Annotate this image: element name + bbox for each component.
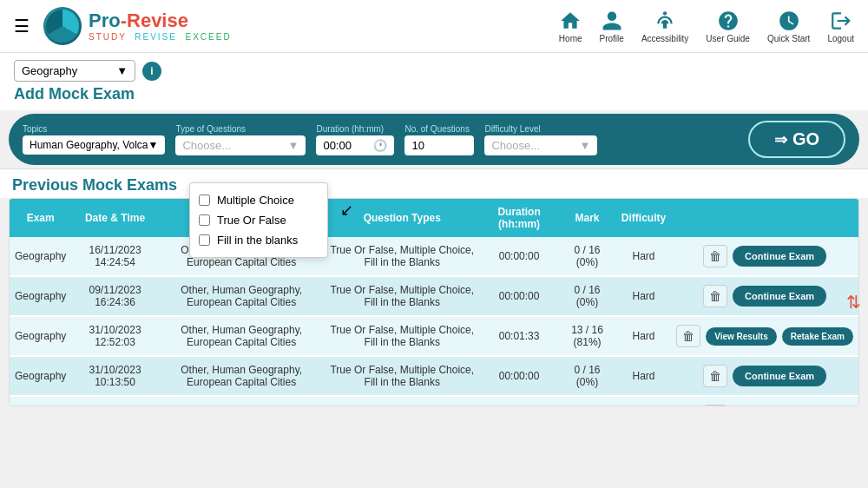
cell-exam: Geography <box>10 396 71 406</box>
hamburger-menu[interactable]: ☰ <box>14 16 30 36</box>
tagline-study: STUDY <box>89 32 127 42</box>
num-questions-field: No. of Questions 10 <box>404 124 474 155</box>
go-button[interactable]: ⇒ GO <box>748 121 845 158</box>
subject-dropdown[interactable]: Geography ▼ <box>14 60 135 82</box>
num-questions-input[interactable]: 10 <box>404 135 474 155</box>
table-row: Geography 31/10/2023 12:52:03 Other, Hum… <box>10 316 858 356</box>
subject-value: Geography <box>22 64 77 77</box>
question-type-arrow: ▼ <box>288 139 299 152</box>
cell-duration: 00:00:00 <box>480 237 558 276</box>
fill-in-blanks-checkbox[interactable] <box>199 234 210 246</box>
cell-difficulty: Hard <box>616 316 671 356</box>
cell-question-types: True Or False, Multiple Choice, Fill in … <box>325 237 480 276</box>
true-or-false-label: True Or False <box>217 214 286 227</box>
cell-duration: 00:00:00 <box>480 356 558 396</box>
cell-question-types: True Or False, Multiple Choice, Fill in … <box>325 276 480 316</box>
exams-table-container[interactable]: Exam Date & Time Topics Question Types D… <box>9 198 859 406</box>
nav-logout-label: Logout <box>827 34 854 43</box>
scroll-indicator: ⇅ <box>846 292 861 313</box>
cell-question-types: True Or False, Multiple <box>325 396 480 406</box>
go-label: GO <box>792 129 819 149</box>
nav-quick-start[interactable]: Quick Start <box>767 10 810 43</box>
logo-title: Pro-Revise <box>89 10 232 31</box>
cell-exam: Geography <box>10 276 71 316</box>
question-type-dropdown-menu: Multiple Choice True Or False Fill in th… <box>189 182 328 258</box>
col-exam: Exam <box>10 199 71 237</box>
cell-mark: 0 / 16 (0%) <box>558 356 616 396</box>
delete-button[interactable]: 🗑 <box>676 325 700 347</box>
delete-button[interactable]: 🗑 <box>703 245 727 267</box>
retake-exam-button[interactable]: Retake Exam <box>782 327 853 346</box>
question-type-dropdown[interactable]: Choose... ▼ <box>175 135 306 155</box>
col-mark: Mark <box>558 199 616 237</box>
question-type-placeholder: Choose... <box>182 139 231 152</box>
nav-quick-start-label: Quick Start <box>767 34 810 43</box>
dropdown-option-true-or-false[interactable]: True Or False <box>197 210 320 230</box>
topics-field: Topics Human Geography, Volca▼ <box>23 124 165 155</box>
table-row: Geography 09/11/2023 16:24:36 Other, Hum… <box>10 276 858 316</box>
continue-exam-button[interactable]: Continue Exam <box>733 406 826 406</box>
tagline-exceed: EXCEED <box>186 32 232 42</box>
cell-topics: Other, Human Geography, European Capital… <box>159 316 325 356</box>
duration-value: 00:00 <box>323 139 352 152</box>
logo-tagline: STUDY REVISE EXCEED <box>89 32 232 42</box>
cell-question-types: True Or False, Multiple Choice, Fill in … <box>325 356 480 396</box>
table-row: Geography 16/11/2023 14:24:54 Other, Hum… <box>10 237 858 276</box>
cell-topics: Other, Human Geography, European Capital… <box>159 356 325 396</box>
nav-logout[interactable]: Logout <box>827 10 854 43</box>
delete-button[interactable]: 🗑 <box>703 405 727 406</box>
delete-button[interactable]: 🗑 <box>703 285 727 307</box>
nav-user-guide[interactable]: User Guide <box>706 10 750 43</box>
table-row: Geography 31/10/2023 10:13:50 Other, Hum… <box>10 356 858 396</box>
col-difficulty: Difficulty <box>616 199 671 237</box>
cell-difficulty: Hard <box>616 237 671 276</box>
true-or-false-checkbox[interactable] <box>199 214 210 226</box>
duration-input[interactable]: 00:00 🕐 <box>316 135 394 155</box>
cell-action: 🗑 Continue Exam <box>671 396 858 406</box>
logo-icon <box>43 7 82 45</box>
view-results-button[interactable]: View Results <box>706 327 777 346</box>
nav-profile[interactable]: Profile <box>600 10 624 43</box>
dropdown-option-fill-in-blanks[interactable]: Fill in the blanks <box>197 230 320 250</box>
cell-action: 🗑 Continue Exam <box>671 276 858 316</box>
nav-home[interactable]: Home <box>559 10 582 43</box>
num-questions-value: 10 <box>411 139 424 152</box>
dropdown-option-multiple-choice[interactable]: Multiple Choice <box>197 190 320 210</box>
topics-label: Topics <box>23 124 165 134</box>
cell-action: 🗑 Continue Exam <box>671 237 858 276</box>
cell-question-types: True Or False, Multiple Choice, Fill in … <box>325 316 480 356</box>
duration-field: Duration (hh:mm) 00:00 🕐 <box>316 124 394 155</box>
sub-header: Geography ▼ i <box>0 53 868 85</box>
cell-mark: 0 / 16 (0%) <box>558 276 616 316</box>
col-date-time: Date & Time <box>71 199 158 237</box>
continue-exam-button[interactable]: Continue Exam <box>733 246 826 267</box>
info-button[interactable]: i <box>142 62 161 81</box>
cell-duration: 00:00:00 <box>480 396 558 406</box>
clock-icon: 🕐 <box>373 139 387 152</box>
cell-action: 🗑 Continue Exam <box>671 356 858 396</box>
cell-date-time: 30/10/2023 09:00:00 <box>71 396 158 406</box>
difficulty-arrow: ▼ <box>580 139 591 152</box>
duration-label: Duration (hh:mm) <box>316 124 394 134</box>
multiple-choice-checkbox[interactable] <box>199 195 210 206</box>
difficulty-dropdown[interactable]: Choose... ▼ <box>484 135 597 155</box>
delete-button[interactable]: 🗑 <box>703 365 727 387</box>
col-duration: Duration (hh:mm) <box>480 199 558 237</box>
continue-exam-button[interactable]: Continue Exam <box>733 366 826 386</box>
cell-action: 🗑 View Results Retake Exam <box>671 316 858 356</box>
question-type-field: Type of Questions Choose... ▼ <box>175 124 306 155</box>
config-bar: Topics Human Geography, Volca▼ Type of Q… <box>9 114 859 165</box>
fill-in-blanks-label: Fill in the blanks <box>217 234 298 247</box>
cell-exam: Geography <box>10 237 71 276</box>
table-row: Geography 30/10/2023 09:00:00 Other, Hum… <box>10 396 858 406</box>
difficulty-label: Difficulty Level <box>484 124 597 134</box>
logo-area: ☰ Pro-Revise STUDY REVISE EXCEED <box>14 7 232 45</box>
cell-date-time: 16/11/2023 14:24:54 <box>71 237 158 276</box>
main-content: Exam Date & Time Topics Question Types D… <box>0 198 868 406</box>
continue-exam-button[interactable]: Continue Exam <box>733 286 826 307</box>
nav-accessibility[interactable]: Accessibility <box>641 10 688 43</box>
cell-exam: Geography <box>10 356 71 396</box>
nav-icons: Home Profile Accessibility User Guide Qu… <box>559 10 854 43</box>
topics-dropdown[interactable]: Human Geography, Volca▼ <box>23 135 165 155</box>
cursor-indicator: ↙ <box>340 201 353 220</box>
